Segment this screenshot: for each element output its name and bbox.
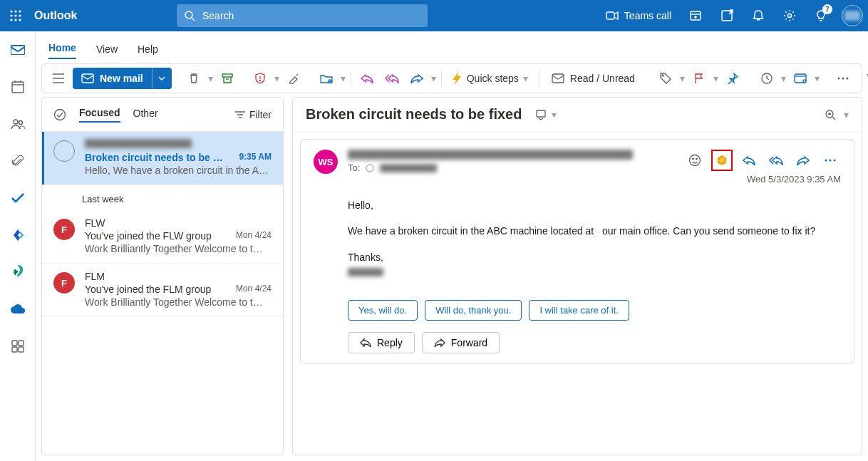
rail-bookings[interactable] xyxy=(6,261,29,284)
read-unread-button[interactable]: Read / Unread xyxy=(544,73,642,84)
search-input[interactable] xyxy=(202,10,420,21)
message-reply-button[interactable] xyxy=(738,150,760,171)
to-label: To: xyxy=(348,162,360,173)
message-time: Mon 4/24 xyxy=(236,230,272,242)
sender-redacted xyxy=(85,139,192,148)
new-mail-button[interactable]: New mail xyxy=(73,68,172,89)
tab-focused[interactable]: Focused xyxy=(79,107,120,123)
svg-point-24 xyxy=(19,121,22,125)
flag-button[interactable] xyxy=(688,68,710,89)
print-dd[interactable]: ▾ xyxy=(815,73,820,84)
message-item[interactable]: F FLW You've joined the FLW groupMon 4/2… xyxy=(42,210,283,264)
svg-rect-27 xyxy=(12,347,17,352)
tag-button[interactable] xyxy=(655,68,676,89)
message-subject: You've joined the FLM group xyxy=(85,284,211,295)
new-mail-dropdown[interactable] xyxy=(152,68,172,89)
svg-point-44 xyxy=(837,78,839,80)
suggested-reply-3[interactable]: I will take care of it. xyxy=(529,300,629,321)
more-commands[interactable] xyxy=(832,68,854,89)
select-all-toggle[interactable] xyxy=(53,108,66,121)
conversation-dd[interactable]: ▾ xyxy=(552,109,557,120)
account-button[interactable] xyxy=(837,0,868,31)
report-button[interactable] xyxy=(249,68,271,89)
apps-button-highlighted[interactable] xyxy=(711,150,733,171)
report-dd[interactable]: ▾ xyxy=(274,73,279,84)
meet-now-button[interactable] xyxy=(680,0,711,31)
rail-files[interactable] xyxy=(6,150,29,172)
rail-todo[interactable] xyxy=(6,187,29,209)
separator xyxy=(351,71,351,86)
quick-steps-button[interactable]: Quick steps ▾ xyxy=(447,68,534,89)
svg-point-46 xyxy=(846,78,848,80)
reactions-button[interactable] xyxy=(684,150,706,171)
message-preview: Work Brilliantly Together Welcome to t… xyxy=(85,243,272,254)
notifications-button[interactable] xyxy=(743,0,774,31)
clock-icon xyxy=(761,73,773,84)
print-button[interactable] xyxy=(790,68,811,89)
envelope-icon xyxy=(552,73,564,83)
tag-dd[interactable]: ▾ xyxy=(680,73,685,84)
message-datetime: Wed 5/3/2023 9:35 AM xyxy=(684,174,841,185)
forward-dd[interactable]: ▾ xyxy=(431,73,436,84)
teams-call-button[interactable]: Teams call xyxy=(597,10,680,21)
tab-home[interactable]: Home xyxy=(48,42,76,59)
snooze-button[interactable] xyxy=(756,68,777,89)
message-item[interactable]: F FLM You've joined the FLM groupMon 4/2… xyxy=(42,264,283,317)
rail-people[interactable] xyxy=(6,113,29,135)
svg-point-45 xyxy=(842,78,844,80)
forward-button-large[interactable]: Forward xyxy=(422,332,500,353)
pin-button[interactable] xyxy=(722,68,743,89)
rail-onedrive[interactable] xyxy=(6,298,29,321)
tab-help[interactable]: Help xyxy=(138,43,158,59)
reply-all-button[interactable] xyxy=(381,68,403,89)
reply-button-large[interactable]: Reply xyxy=(348,332,415,353)
hamburger-button[interactable] xyxy=(48,68,69,89)
snooze-dd[interactable]: ▾ xyxy=(781,73,786,84)
tab-other[interactable]: Other xyxy=(133,108,158,122)
message-subject: You've joined the FLW group xyxy=(85,230,212,242)
rail-more-apps[interactable] xyxy=(6,335,29,358)
tips-button[interactable]: 7 xyxy=(805,0,837,31)
search-box[interactable] xyxy=(177,4,428,27)
settings-button[interactable] xyxy=(774,0,805,31)
message-item[interactable]: Broken circuit needs to be fi…9:35 AM He… xyxy=(42,132,283,185)
message-list-pane: Focused Other Filter Broken circuit need… xyxy=(41,97,284,455)
app-launcher-button[interactable] xyxy=(0,0,31,31)
tab-view[interactable]: View xyxy=(96,43,118,59)
flag-dd[interactable]: ▾ xyxy=(713,73,718,84)
svg-point-56 xyxy=(366,165,373,172)
title-bar: Outlook Teams call 7 xyxy=(0,0,868,31)
suggested-reply-2[interactable]: Will do, thank you. xyxy=(425,300,522,321)
zoom-dd[interactable]: ▾ xyxy=(844,109,849,120)
quick-steps-label: Quick steps xyxy=(467,73,519,84)
ellipsis-icon xyxy=(837,77,849,80)
move-dd[interactable]: ▾ xyxy=(341,73,346,84)
my-day-button[interactable] xyxy=(711,0,743,31)
zoom-button[interactable] xyxy=(820,104,841,125)
forward-button[interactable] xyxy=(406,68,428,89)
message-forward-button[interactable] xyxy=(792,150,814,171)
rail-yammer[interactable] xyxy=(6,224,29,247)
rail-mail[interactable] xyxy=(6,38,29,61)
sweep-button[interactable] xyxy=(283,68,304,89)
message-select-circle[interactable] xyxy=(53,140,75,162)
reply-button[interactable] xyxy=(356,68,378,89)
tag-icon xyxy=(660,73,671,84)
separator xyxy=(441,71,442,86)
reply-icon xyxy=(360,338,371,347)
archive-button[interactable] xyxy=(217,68,238,89)
message-reply-all-button[interactable] xyxy=(765,150,787,171)
message-more-button[interactable] xyxy=(820,150,841,171)
move-button[interactable] xyxy=(316,68,337,89)
new-mail-label: New mail xyxy=(100,73,143,84)
rail-calendar[interactable] xyxy=(6,76,29,98)
my-day-icon xyxy=(720,9,733,22)
delete-dd[interactable]: ▾ xyxy=(208,73,213,84)
suggested-reply-1[interactable]: Yes, will do. xyxy=(348,300,418,321)
conversation-toggle[interactable] xyxy=(530,104,552,125)
delete-button[interactable] xyxy=(183,68,205,89)
svg-rect-28 xyxy=(19,347,24,352)
filter-button[interactable]: Filter xyxy=(235,109,272,120)
move-icon xyxy=(320,73,333,83)
reply-icon xyxy=(361,73,373,83)
